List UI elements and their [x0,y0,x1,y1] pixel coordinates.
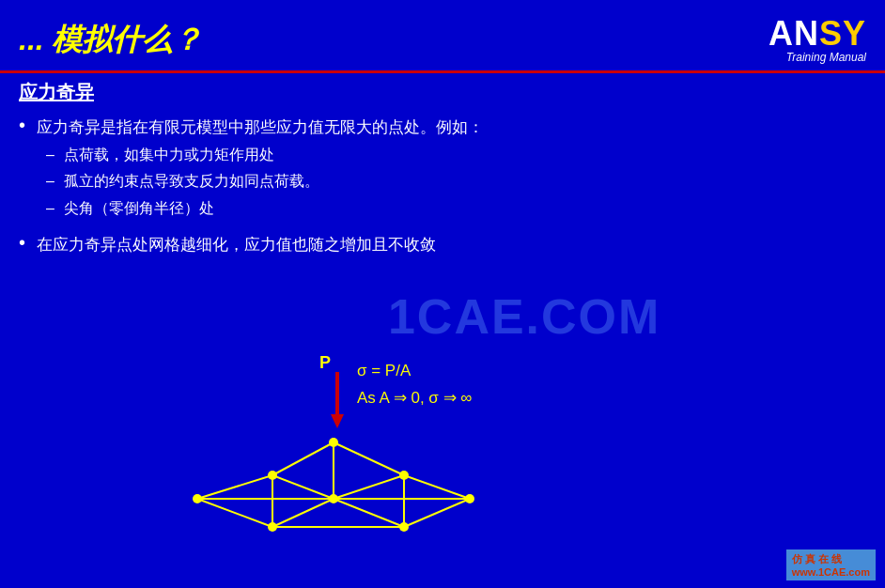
bullet-item-1: • 应力奇异是指在有限元模型中那些应力值无限大的点处。例如： – 点荷载，如集中… [19,116,866,224]
diagram-area: P σ = P/A As A ⇒ 0, σ ⇒ ∞ [160,353,847,541]
bottom-logo-line2: www.1CAE.com [792,566,870,578]
svg-point-20 [329,438,338,447]
svg-point-25 [399,522,409,532]
bullet-item-2: • 在应力奇异点处网格越细化，应力值也随之增加且不收敛 [19,234,866,256]
svg-line-3 [272,442,334,475]
svg-point-24 [268,522,277,532]
logo-an: AN [769,14,819,53]
logo-area: ANSY Training Manual [769,17,866,64]
svg-point-18 [193,494,202,503]
sub-item-2: – 孤立的约束点导致支反力如同点荷载。 [46,171,866,192]
svg-line-15 [334,499,404,527]
sub-item-1: – 点荷载，如集中力或力矩作用处 [46,145,866,165]
bullet-list: • 应力奇异是指在有限元模型中那些应力值无限大的点处。例如： – 点荷载，如集中… [19,116,866,256]
svg-point-21 [399,471,409,480]
sub-dash-1: – [46,145,54,165]
section-title: 应力奇异 [19,80,866,105]
bullet-text-1: 应力奇异是指在有限元模型中那些应力值无限大的点处。例如： – 点荷载，如集中力或… [37,116,866,224]
svg-line-13 [334,475,404,499]
svg-line-11 [404,475,470,499]
svg-line-6 [197,499,272,527]
sub-dash-3: – [46,198,54,219]
svg-point-19 [268,471,277,480]
main-content: 应力奇异 • 应力奇异是指在有限元模型中那些应力值无限大的点处。例如： – 点荷… [19,80,866,550]
title-area: ... 模拟什么？ [19,20,202,61]
svg-line-7 [272,499,334,527]
sub-list: – 点荷载，如集中力或力矩作用处 – 孤立的约束点导致支反力如同点荷载。 – 尖… [46,145,866,219]
bullet-dot-2: • [19,232,25,254]
bottom-watermark: 仿 真 在 线 www.1CAE.com [786,549,876,580]
sub-dash-2: – [46,171,54,192]
svg-line-14 [404,499,470,527]
ansys-logo: ANSY [769,17,866,51]
svg-line-2 [197,475,272,499]
p-label: P [319,353,331,372]
slide-title: 模拟什么？ [52,20,202,61]
bullet-text-2: 在应力奇异点处网格越细化，应力值也随之增加且不收敛 [37,234,866,256]
header: ... 模拟什么？ ANSY Training Manual [0,0,885,70]
mesh-diagram [160,405,629,541]
training-manual-label: Training Manual [786,51,866,64]
sub-item-3: – 尖角（零倒角半径）处 [46,198,866,219]
svg-point-23 [329,494,338,503]
bottom-logo-line1: 仿 真 在 线 [792,552,870,566]
formula-line1: σ = P/A [357,358,472,385]
bullet-dot-1: • [19,115,25,136]
header-divider [0,70,885,73]
svg-line-8 [272,475,334,499]
title-dots: ... [19,23,44,57]
logo-sy: SY [819,14,866,53]
svg-line-10 [334,442,404,475]
formula-p-label: P [319,353,331,373]
svg-point-22 [465,494,474,503]
